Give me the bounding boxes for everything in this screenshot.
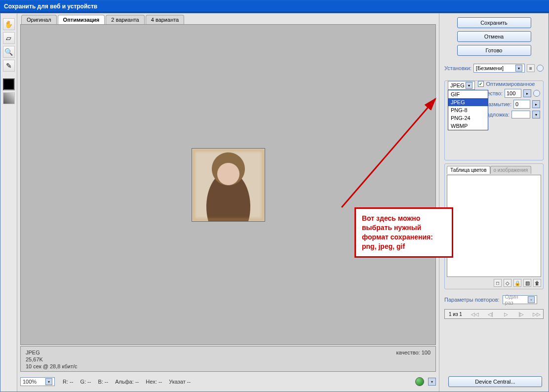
preview-status-bar: JPEG 25,67K 10 сек @ 28,8 кбит/с качеств…: [20, 346, 436, 372]
flyout-icon[interactable]: [537, 65, 544, 72]
animation-playback: 1 из 1 ◁◁ ◁| ▷ |▷ ▷▷: [444, 309, 544, 319]
tool-column: ✋ ▱ 🔍 ✎: [0, 13, 17, 392]
annotation-callout: Вот здесь можно выбрать нужный формат со…: [354, 207, 453, 258]
hand-tool-icon[interactable]: ✋: [3, 18, 15, 30]
format-settings-group: JPEG ▾ GIF JPEG PNG-8 PNG-24 WBMP ✔ Опти…: [444, 80, 544, 160]
color-table-body: [447, 175, 541, 277]
tab-2up[interactable]: 2 варианта: [106, 15, 145, 24]
quality-input[interactable]: [505, 89, 521, 98]
annotation-text: Вот здесь можно выбрать нужный формат со…: [362, 214, 433, 250]
readout-b: B: --: [98, 379, 108, 385]
readout-hex: Hex: --: [146, 379, 162, 385]
tab-original[interactable]: Оригинал: [21, 15, 57, 24]
readout-g: G: --: [80, 379, 91, 385]
chevron-down-icon: ▾: [45, 378, 52, 385]
matte-swatch[interactable]: [511, 111, 530, 118]
zoom-tool-icon[interactable]: 🔍: [3, 46, 15, 58]
done-button[interactable]: Готово: [457, 45, 531, 56]
frame-counter: 1 из 1: [446, 312, 465, 317]
format-option-png24[interactable]: PNG-24: [448, 114, 488, 122]
preview-image: [192, 148, 265, 222]
quality-mask-icon[interactable]: [533, 90, 540, 97]
format-select[interactable]: JPEG ▾ GIF JPEG PNG-8 PNG-24 WBMP: [448, 81, 475, 90]
matte-menu-icon[interactable]: ▾: [532, 111, 540, 118]
save-button[interactable]: Сохранить: [457, 17, 531, 28]
chevron-down-icon: ▾: [515, 65, 522, 72]
window-title: Сохранить для веб и устройств: [4, 3, 97, 10]
next-frame-icon[interactable]: |▷: [516, 312, 527, 317]
format-option-gif[interactable]: GIF: [448, 90, 488, 98]
blur-popup-icon[interactable]: ▸: [532, 100, 540, 108]
footer-bar: 100% ▾ R: -- G: -- B: -- Альфа: -- Hex: …: [20, 375, 436, 389]
first-frame-icon[interactable]: ◁◁: [470, 312, 480, 317]
cancel-button[interactable]: Отмена: [457, 31, 531, 42]
format-dropdown-list: GIF JPEG PNG-8 PNG-24 WBMP: [448, 90, 488, 130]
annotation-arrow: [317, 84, 445, 212]
readout-r: R: --: [63, 379, 73, 385]
ct-new-icon[interactable]: ▧: [523, 279, 531, 287]
zoom-select[interactable]: 100% ▾: [20, 377, 55, 386]
browser-preview-icon[interactable]: [415, 377, 424, 386]
center-area: Оригинал Оптимизация 2 варианта 4 вариан…: [17, 13, 439, 392]
foreground-color-swatch[interactable]: [3, 78, 15, 90]
repeat-value: Один раз: [505, 294, 528, 306]
quality-popup-icon[interactable]: ▸: [523, 89, 531, 97]
preset-row: Установки: [Безимени] ▾ ≡: [444, 64, 544, 73]
repeat-select[interactable]: Один раз ▾: [503, 295, 537, 304]
repeat-label: Параметры повторов:: [444, 297, 500, 303]
readout-alpha: Альфа: --: [115, 379, 139, 385]
format-option-wbmp[interactable]: WBMP: [448, 122, 488, 130]
play-icon[interactable]: ▷: [501, 312, 511, 317]
slice-tool-icon[interactable]: ▱: [3, 32, 15, 44]
portrait-placeholder: [192, 149, 265, 221]
chevron-down-icon: ▾: [466, 82, 472, 89]
view-tabs: Оригинал Оптимизация 2 варианта 4 вариан…: [17, 13, 439, 24]
preset-value: [Безимени]: [476, 65, 504, 71]
app-body: ✋ ▱ 🔍 ✎ Оригинал Оптимизация 2 варианта …: [0, 13, 549, 392]
format-option-jpeg[interactable]: JPEG: [448, 98, 488, 106]
last-frame-icon[interactable]: ▷▷: [531, 312, 542, 317]
preset-select[interactable]: [Безимени] ▾: [473, 64, 525, 73]
window-titlebar: Сохранить для веб и устройств: [0, 0, 549, 13]
status-size: 25,67K: [26, 356, 78, 362]
repeat-row: Параметры повторов: Один раз ▾: [444, 295, 544, 304]
tab-optimized[interactable]: Оптимизация: [58, 15, 105, 24]
status-time: 10 сек @ 28,8 кбит/с: [26, 363, 78, 369]
device-central-button[interactable]: Device Central...: [448, 376, 542, 387]
readout-index: Указат --: [169, 379, 191, 385]
optimized-checkbox[interactable]: ✔: [478, 81, 484, 87]
status-format: JPEG: [26, 350, 78, 355]
browser-preview-menu[interactable]: ▾: [428, 378, 436, 386]
prev-frame-icon[interactable]: ◁|: [485, 312, 496, 317]
ct-trash-icon[interactable]: 🗑: [533, 279, 541, 287]
color-table-footer: □ ◇ 🔒 ▧ 🗑: [447, 277, 541, 287]
ct-websafe-icon[interactable]: ◇: [504, 279, 511, 287]
right-panel: Сохранить Отмена Готово Установки: [Бези…: [439, 13, 549, 392]
svg-line-0: [342, 99, 435, 207]
toggle-slices-icon[interactable]: [3, 92, 15, 104]
format-selected: JPEG: [450, 82, 465, 88]
color-readouts: R: -- G: -- B: -- Альфа: -- Hex: -- Указ…: [59, 379, 411, 385]
preset-menu-icon[interactable]: ≡: [527, 64, 535, 72]
zoom-value: 100%: [23, 379, 37, 385]
tab-4up[interactable]: 4 варианта: [146, 15, 185, 24]
optimized-label: Оптимизированное: [486, 81, 535, 87]
eyedropper-tool-icon[interactable]: ✎: [3, 60, 15, 72]
ct-info-icon[interactable]: □: [494, 279, 502, 287]
blur-input[interactable]: [513, 100, 530, 109]
ct-lock-icon[interactable]: 🔒: [513, 279, 521, 287]
chevron-down-icon: ▾: [528, 296, 535, 303]
preset-label: Установки:: [444, 65, 471, 71]
tab-image-size[interactable]: о изображения: [490, 166, 532, 174]
canvas-viewport[interactable]: Вот здесь можно выбрать нужный формат со…: [20, 24, 436, 345]
format-option-png8[interactable]: PNG-8: [448, 106, 488, 114]
tab-color-table[interactable]: Таблица цветов: [447, 166, 490, 174]
status-quality: качество: 100: [396, 350, 431, 355]
color-table-panel: Таблица цветов о изображения □ ◇ 🔒 ▧ 🗑: [444, 163, 544, 289]
